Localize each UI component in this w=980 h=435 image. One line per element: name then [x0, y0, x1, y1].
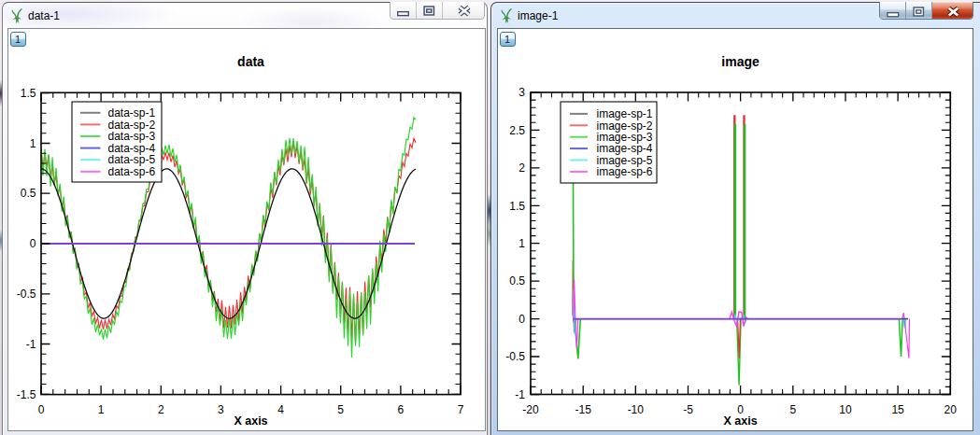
svg-text:1: 1 [98, 403, 105, 416]
svg-text:-0.5: -0.5 [505, 350, 525, 363]
svg-text:6: 6 [398, 403, 405, 416]
svg-text:-0.5: -0.5 [17, 288, 36, 301]
svg-text:1.5: 1.5 [21, 87, 36, 100]
svg-text:15: 15 [891, 403, 904, 416]
svg-text:0: 0 [30, 237, 36, 250]
svg-text:0: 0 [518, 313, 525, 326]
svg-text:X axis: X axis [234, 414, 267, 428]
svg-text:3: 3 [218, 403, 224, 416]
svg-text:2: 2 [518, 161, 525, 175]
svg-text:2.5: 2.5 [509, 124, 525, 137]
svg-text:-1: -1 [515, 388, 525, 401]
svg-text:data-sp-6: data-sp-6 [108, 165, 156, 178]
svg-text:1: 1 [30, 137, 36, 150]
svg-text:-20: -20 [522, 403, 539, 416]
svg-text:X axis: X axis [724, 414, 758, 428]
svg-text:1: 1 [518, 237, 525, 250]
svg-text:-1.5: -1.5 [17, 388, 36, 401]
svg-text:5: 5 [789, 403, 796, 416]
svg-text:-10: -10 [628, 403, 645, 416]
svg-text:10: 10 [839, 403, 852, 416]
svg-text:0: 0 [38, 403, 45, 416]
svg-text:2: 2 [158, 403, 164, 416]
svg-text:image: image [721, 54, 760, 69]
svg-text:0.5: 0.5 [21, 187, 36, 200]
svg-text:7: 7 [458, 403, 464, 416]
svg-text:3: 3 [518, 86, 525, 99]
svg-text:-15: -15 [575, 403, 592, 416]
svg-text:-1: -1 [26, 338, 36, 351]
svg-text:-5: -5 [683, 403, 693, 416]
svg-text:5: 5 [337, 403, 344, 416]
svg-text:image-sp-6: image-sp-6 [597, 165, 653, 178]
svg-text:20: 20 [944, 403, 958, 416]
svg-text:0.5: 0.5 [509, 274, 525, 288]
svg-text:1.5: 1.5 [509, 200, 525, 213]
svg-text:data: data [237, 54, 264, 69]
svg-text:4: 4 [277, 403, 284, 416]
